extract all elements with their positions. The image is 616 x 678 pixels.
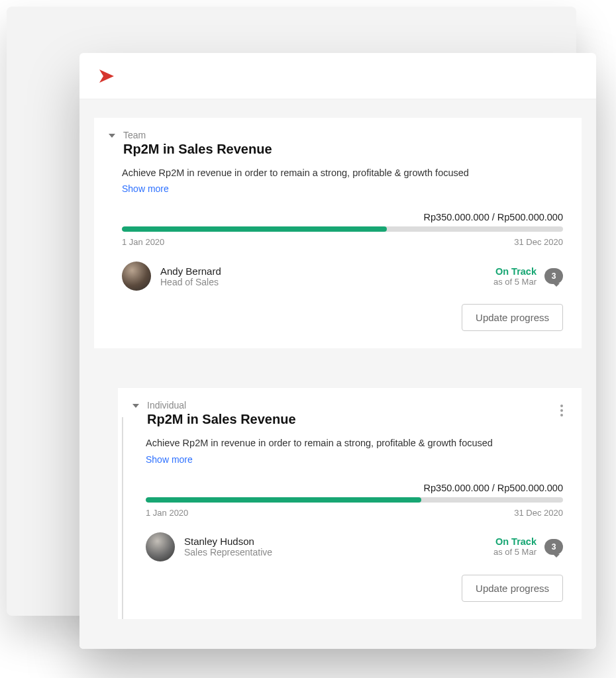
end-date: 31 Dec 2020 (514, 508, 563, 518)
progress-bar-fill (146, 497, 421, 503)
update-progress-button[interactable]: Update progress (462, 575, 563, 602)
comment-count-icon[interactable]: 3 (544, 539, 563, 555)
status-badge: On Track (493, 266, 537, 277)
chevron-down-icon[interactable] (107, 131, 117, 140)
avatar[interactable] (122, 262, 151, 291)
progress-bar (146, 497, 563, 503)
app-logo-icon (98, 67, 122, 85)
goal-title[interactable]: Rp2M in Sales Revenue (123, 142, 563, 157)
update-progress-button[interactable]: Update progress (462, 304, 563, 331)
progress-bar-fill (122, 226, 387, 232)
status-asof: as of 5 Mar (493, 277, 537, 287)
owner-name: Andy Bernard (160, 266, 221, 277)
avatar[interactable] (146, 532, 175, 561)
comment-count-icon[interactable]: 3 (544, 268, 563, 284)
app-window: Team Rp2M in Sales Revenue Achieve Rp2M … (79, 53, 596, 649)
goal-card-header: Team Rp2M in Sales Revenue (107, 130, 563, 157)
goal-description: Achieve Rp2M in revenue in order to rema… (146, 436, 563, 450)
start-date: 1 Jan 2020 (146, 508, 188, 518)
owner-role: Sales Representative (184, 547, 272, 557)
chevron-down-icon[interactable] (131, 401, 140, 411)
start-date: 1 Jan 2020 (122, 237, 164, 247)
show-more-link[interactable]: Show more (146, 454, 193, 465)
owner-name: Stanley Hudson (184, 536, 272, 547)
app-header (79, 53, 596, 99)
tree-line (122, 417, 123, 618)
progress-value-text: Rp350.000.000 / Rp500.000.000 (122, 212, 563, 222)
goal-type-label: Team (123, 130, 563, 140)
goal-description: Achieve Rp2M in revenue in order to rema… (122, 166, 563, 179)
more-options-icon[interactable] (560, 403, 563, 418)
status-asof: as of 5 Mar (493, 547, 537, 557)
goal-card: Individual Rp2M in Sales Revenue Achieve… (118, 388, 582, 618)
goal-card: Team Rp2M in Sales Revenue Achieve Rp2M … (94, 118, 582, 348)
content-area: Team Rp2M in Sales Revenue Achieve Rp2M … (79, 99, 596, 649)
goal-type-label: Individual (147, 400, 563, 411)
progress-value-text: Rp350.000.000 / Rp500.000.000 (146, 483, 563, 493)
goal-title[interactable]: Rp2M in Sales Revenue (147, 412, 563, 427)
goal-card-header: Individual Rp2M in Sales Revenue (131, 400, 563, 427)
show-more-link[interactable]: Show more (122, 183, 169, 194)
progress-bar (122, 226, 563, 232)
end-date: 31 Dec 2020 (514, 237, 563, 247)
owner-role: Head of Sales (160, 277, 221, 287)
status-badge: On Track (493, 536, 537, 547)
